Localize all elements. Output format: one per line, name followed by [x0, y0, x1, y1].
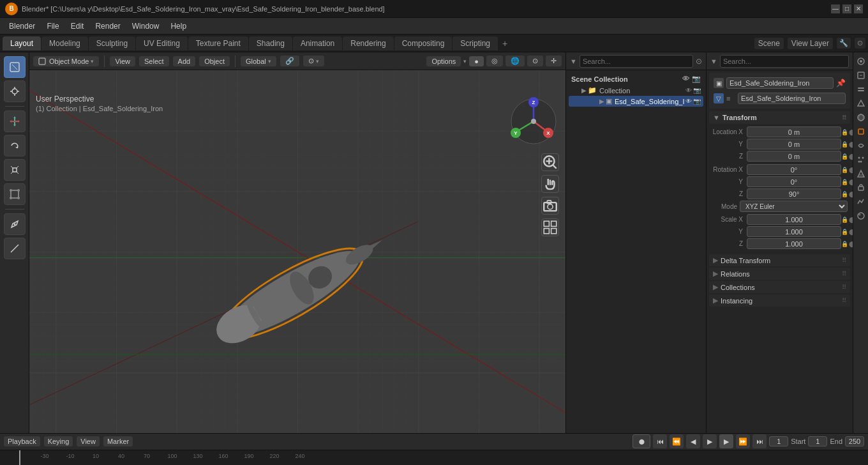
jump-end-button[interactable]: ⏭	[752, 434, 767, 448]
location-y-field[interactable]	[747, 139, 841, 149]
menu-file[interactable]: File	[41, 20, 64, 32]
transform-orientation[interactable]: Global ▾	[241, 56, 276, 66]
rotation-y-field[interactable]	[747, 176, 841, 187]
grab-button[interactable]	[541, 175, 559, 193]
menu-render[interactable]: Render	[90, 20, 125, 32]
esd-render[interactable]: 📷	[693, 98, 701, 105]
esd-object-tree-item[interactable]: ▶ ▣ Esd_Safe_Soldering_I 👁 📷	[569, 96, 703, 107]
scale-y-lock[interactable]: 🔒	[841, 229, 849, 235]
location-x-field[interactable]	[747, 126, 841, 137]
add-workspace-button[interactable]: +	[498, 37, 511, 50]
viewport-canvas[interactable]: User Perspective (1) Collection | Esd_Sa…	[29, 70, 565, 433]
collection-render[interactable]: 📷	[693, 87, 701, 94]
marker-menu[interactable]: Marker	[103, 436, 133, 446]
view-layer-props-icon[interactable]	[855, 83, 867, 96]
viewport-gizmo-toggle[interactable]: ✛	[546, 56, 562, 66]
step-back-button[interactable]: ⏪	[670, 434, 684, 448]
close-button[interactable]: ✕	[854, 4, 863, 13]
view-layer-label[interactable]: View Layer	[788, 38, 833, 49]
scene-render-icon[interactable]: 📷	[692, 75, 701, 83]
current-frame-field[interactable]: 1	[769, 436, 788, 446]
object-menu[interactable]: Object	[199, 56, 230, 66]
render-settings-icon[interactable]: 🔧	[837, 38, 851, 49]
viewport[interactable]: Object Mode ▾ View Select Add Object Glo…	[29, 52, 565, 433]
rotation-x-field[interactable]	[747, 164, 841, 175]
zoom-in-button[interactable]	[541, 153, 559, 171]
particles-props-icon[interactable]	[855, 153, 867, 166]
rotation-y-lock[interactable]: 🔒	[841, 179, 849, 185]
nav-gizmo[interactable]: Z X Y	[508, 96, 559, 147]
rotate-tool-button[interactable]	[4, 135, 26, 156]
scale-z-field[interactable]	[747, 238, 841, 249]
transform-section-header[interactable]: ▼ Transform ⠿	[709, 111, 850, 124]
view-menu-timeline[interactable]: View	[77, 436, 100, 446]
data-props-icon[interactable]	[855, 195, 867, 208]
outliner-filter-icon[interactable]: ⊙	[696, 57, 702, 66]
menu-help[interactable]: Help	[165, 20, 191, 32]
step-forward-button[interactable]: ⏩	[736, 434, 750, 448]
step-forward-frame-button[interactable]: ▶	[719, 434, 733, 448]
location-z-field[interactable]	[747, 151, 841, 162]
scale-x-field[interactable]	[747, 214, 841, 225]
step-back-frame-button[interactable]: ◀	[686, 434, 700, 448]
instancing-section[interactable]: ▶ Instancing ⠿	[709, 294, 850, 307]
play-button[interactable]: ▶	[703, 434, 717, 448]
output-props-icon[interactable]	[855, 69, 867, 82]
scale-z-lock[interactable]: 🔒	[841, 241, 849, 247]
collections-section[interactable]: ▶ Collections ⠿	[709, 281, 850, 293]
jump-start-button[interactable]: ⏮	[653, 434, 667, 448]
data-name-field[interactable]	[738, 93, 846, 104]
tab-modeling[interactable]: Modeling	[41, 36, 88, 50]
outliner-search[interactable]	[580, 55, 693, 68]
rotation-x-lock[interactable]: 🔒	[841, 167, 849, 173]
delta-transform-section[interactable]: ▶ Delta Transform ⠿	[709, 254, 850, 266]
material-props-icon[interactable]	[855, 210, 867, 222]
camera-button[interactable]	[541, 197, 559, 215]
menu-window[interactable]: Window	[127, 20, 165, 32]
tab-sculpting[interactable]: Sculpting	[89, 36, 135, 50]
tab-shading[interactable]: Shading	[249, 36, 292, 50]
properties-filter-icon[interactable]: ▼	[710, 57, 717, 65]
filter-icon[interactable]: ▼	[570, 57, 577, 65]
tab-compositing[interactable]: Compositing	[394, 36, 453, 50]
scale-x-lock[interactable]: 🔒	[841, 217, 849, 223]
rotation-z-lock[interactable]: 🔒	[841, 191, 849, 197]
modifier-props-icon[interactable]	[855, 139, 867, 152]
object-pin-icon[interactable]: 📌	[836, 79, 846, 88]
start-frame-field[interactable]: 1	[808, 436, 827, 446]
viewport-shading-material[interactable]: ◎	[486, 56, 503, 66]
menu-blender[interactable]: Blender	[4, 20, 40, 32]
select-tool-button[interactable]	[4, 56, 26, 78]
maximize-button[interactable]: □	[842, 4, 851, 13]
minimize-button[interactable]: —	[831, 4, 840, 13]
rotation-z-field[interactable]	[747, 188, 841, 199]
annotate-tool-button[interactable]	[4, 213, 26, 235]
relations-section[interactable]: ▶ Relations ⠿	[709, 268, 850, 280]
tab-scripting[interactable]: Scripting	[453, 36, 498, 50]
cursor-tool-button[interactable]	[4, 80, 26, 102]
location-z-lock[interactable]: 🔒	[841, 153, 849, 160]
object-mode-dropdown[interactable]: Object Mode ▾	[33, 56, 99, 66]
timeline-strip[interactable]: -30 -10 10 40 70 100 130 160 190 220 240	[0, 450, 868, 465]
render-props-icon[interactable]	[855, 55, 867, 68]
tab-layout[interactable]: Layout	[3, 36, 41, 50]
tab-texture-paint[interactable]: Texture Paint	[188, 36, 248, 50]
scene-visible-icon[interactable]: 👁	[682, 75, 689, 83]
viewport-shading-rendered[interactable]: 🌐	[505, 56, 525, 66]
object-name-field[interactable]	[726, 77, 834, 89]
playback-menu[interactable]: Playback	[4, 436, 40, 446]
end-frame-field[interactable]: 250	[845, 436, 864, 446]
tab-animation[interactable]: Animation	[293, 36, 342, 50]
physics-props-icon[interactable]	[855, 167, 867, 180]
snap-toggle[interactable]: 🔗	[280, 56, 299, 66]
options-menu[interactable]: Options	[426, 56, 461, 66]
constraints-props-icon[interactable]	[855, 181, 867, 194]
measure-tool-button[interactable]	[4, 238, 26, 259]
viewport-overlay-toggle[interactable]: ⊙	[527, 56, 543, 66]
move-tool-button[interactable]	[4, 111, 26, 132]
viewport-shading-solid[interactable]: ●	[469, 56, 484, 66]
esd-visible[interactable]: 👁	[685, 98, 692, 105]
tab-uv-editing[interactable]: UV Editing	[136, 36, 188, 50]
viewport-overlay-icon[interactable]: ⊙	[855, 38, 865, 49]
menu-edit[interactable]: Edit	[66, 20, 89, 32]
